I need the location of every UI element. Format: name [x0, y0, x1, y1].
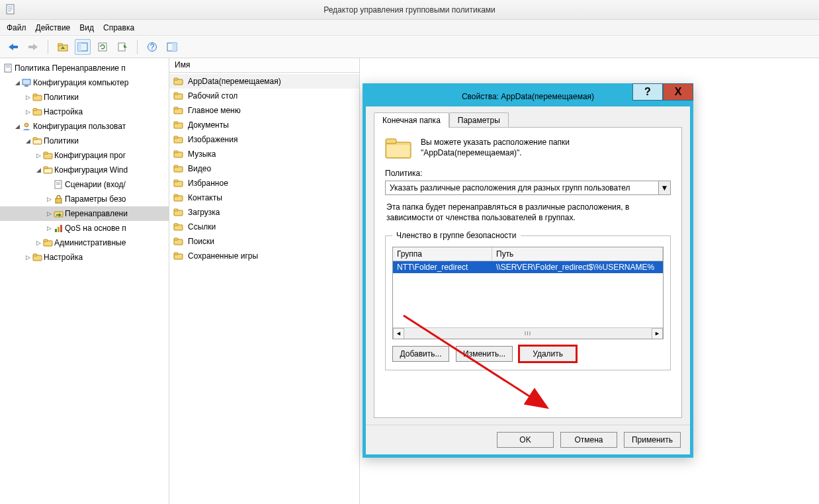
horizontal-scrollbar[interactable]: ◄ III ►	[393, 327, 663, 339]
folder-icon	[173, 179, 184, 188]
expand-toggle-icon[interactable]: ▷	[24, 254, 32, 261]
dialog-titlebar[interactable]: Свойства: AppData(перемещаемая) ? X	[366, 87, 690, 106]
apply-button[interactable]: Применить	[624, 432, 681, 448]
tree-item[interactable]: Сценарии (вход/	[0, 177, 169, 192]
tree-item[interactable]: ◢Политики	[0, 134, 169, 148]
folder-icon	[173, 135, 184, 144]
dialog-help-button[interactable]: ?	[632, 83, 663, 101]
policy-tree[interactable]: Политика Перенаправление п ◢Конфигурация…	[0, 61, 169, 265]
tree-item[interactable]: ▷Административные	[0, 235, 169, 250]
list-item[interactable]: Избранное	[169, 176, 359, 190]
list-item[interactable]: Загрузка	[169, 205, 359, 220]
tree-item[interactable]: ◢Конфигурация пользоват	[0, 119, 169, 134]
tree-pane[interactable]: Политика Перенаправление п ◢Конфигурация…	[0, 58, 169, 504]
expand-toggle-icon[interactable]: ▷	[34, 239, 42, 246]
menu-view[interactable]: Вид	[79, 23, 94, 32]
list-item[interactable]: Музыка	[169, 147, 359, 161]
show-hide-tree-button[interactable]	[75, 39, 91, 55]
expand-toggle-icon[interactable]: ▷	[34, 152, 42, 159]
edit-button[interactable]: Изменить...	[456, 346, 513, 362]
list-item[interactable]: Поиски	[169, 234, 359, 249]
tree-item[interactable]: ▷Перенаправлени	[0, 206, 169, 221]
folder-icon	[173, 149, 184, 159]
tree-item[interactable]: ▷Настройка	[0, 250, 169, 265]
tree-item[interactable]: ▷Параметры безо	[0, 192, 169, 206]
group-membership-table[interactable]: Группа Путь NTT\Folder_redirect \\SERVER…	[392, 247, 664, 339]
tree-item[interactable]: ▷QoS на основе п	[0, 221, 169, 235]
col-group[interactable]: Группа	[393, 247, 492, 261]
add-button[interactable]: Добавить...	[392, 346, 449, 362]
show-console-button[interactable]	[164, 39, 180, 55]
expand-toggle-icon[interactable]: ◢	[24, 138, 32, 144]
policy-combo-input[interactable]	[386, 181, 658, 194]
svg-rect-76	[386, 139, 396, 144]
list-item-label: Загрузка	[188, 208, 220, 217]
folder-icon	[32, 253, 44, 262]
policy-description: Эта папка будет перенаправляться в разли…	[386, 202, 669, 223]
dialog-title: Свойства: AppData(перемещаемая)	[462, 92, 594, 101]
refresh-button[interactable]	[95, 39, 110, 55]
up-folder-button[interactable]	[55, 39, 71, 55]
folder-list[interactable]: AppData(перемещаемая)Рабочий столГлавное…	[169, 73, 359, 265]
group-table-row[interactable]: NTT\Folder_redirect \\SERVER\Folder_redi…	[393, 261, 663, 273]
dialog-footer: OK Отмена Применить	[366, 425, 690, 454]
menu-file[interactable]: Файл	[7, 23, 26, 32]
list-item[interactable]: Главное меню	[169, 103, 359, 118]
chevron-down-icon[interactable]: ▼	[658, 181, 670, 194]
policy-combo[interactable]: ▼	[385, 181, 671, 195]
col-path[interactable]: Путь	[492, 247, 663, 261]
group-table-header[interactable]: Группа Путь	[393, 247, 663, 261]
folder-open-icon	[42, 165, 54, 175]
menu-help[interactable]: Справка	[103, 23, 134, 32]
folder-icon	[173, 77, 184, 86]
svg-rect-2	[8, 9, 13, 9]
tree-root[interactable]: Политика Перенаправление п	[0, 61, 169, 75]
list-item[interactable]: Сохраненные игры	[169, 249, 359, 263]
export-list-button[interactable]	[114, 39, 130, 55]
list-item[interactable]: Видео	[169, 161, 359, 176]
list-item[interactable]: Рабочий стол	[169, 89, 359, 103]
expand-toggle-icon[interactable]: ▷	[24, 94, 32, 101]
ok-button[interactable]: OK	[497, 432, 554, 448]
app-icon	[5, 4, 16, 15]
tree-item-label: Сценарии (вход/	[65, 180, 126, 189]
menu-action[interactable]: Действие	[36, 23, 71, 32]
list-item[interactable]: Изображения	[169, 132, 359, 147]
list-item[interactable]: Ссылки	[169, 220, 359, 234]
help-button[interactable]: ?	[144, 39, 160, 55]
list-pane[interactable]: Имя AppData(перемещаемая)Рабочий столГла…	[169, 58, 360, 504]
nav-forward-button[interactable]	[25, 39, 41, 55]
expand-toggle-icon[interactable]: ▷	[24, 108, 32, 115]
svg-rect-37	[56, 183, 60, 183]
expand-toggle-icon[interactable]: ▷	[45, 225, 53, 231]
delete-button[interactable]: Удалить	[519, 346, 576, 362]
scroll-left-icon[interactable]: ◄	[393, 328, 404, 339]
nav-back-button[interactable]	[5, 39, 21, 55]
svg-rect-72	[174, 238, 178, 240]
tree-item[interactable]: ◢Конфигурация Wind	[0, 163, 169, 177]
tree-item[interactable]: ▷Настройка	[0, 105, 169, 119]
cancel-button[interactable]: Отмена	[560, 432, 617, 448]
tree-item[interactable]: ▷Конфигурация прог	[0, 148, 169, 163]
dialog-close-button[interactable]: X	[663, 83, 693, 101]
svg-rect-10	[78, 43, 81, 51]
scroll-right-icon[interactable]: ►	[652, 328, 663, 339]
list-header[interactable]: Имя	[169, 58, 359, 73]
list-item[interactable]: Документы	[169, 118, 359, 132]
tree-item[interactable]: ◢Конфигурация компьютер	[0, 75, 169, 90]
tab-settings[interactable]: Параметры	[449, 112, 509, 128]
svg-point-27	[24, 123, 28, 127]
list-item[interactable]: Контакты	[169, 190, 359, 205]
scroll-track[interactable]: III	[404, 330, 652, 337]
script-icon	[53, 180, 65, 189]
expand-toggle-icon[interactable]: ◢	[13, 123, 21, 130]
svg-rect-26	[33, 108, 37, 110]
list-item[interactable]: AppData(перемещаемая)	[169, 74, 359, 89]
expand-toggle-icon[interactable]: ▷	[45, 210, 53, 217]
expand-toggle-icon[interactable]: ▷	[45, 196, 53, 202]
expand-toggle-icon[interactable]: ◢	[34, 167, 42, 173]
expand-toggle-icon[interactable]: ◢	[13, 79, 21, 86]
tab-target-folder[interactable]: Конечная папка	[374, 112, 449, 128]
window-titlebar: Редактор управления групповыми политикам…	[0, 0, 819, 20]
tree-item[interactable]: ▷Политики	[0, 90, 169, 105]
